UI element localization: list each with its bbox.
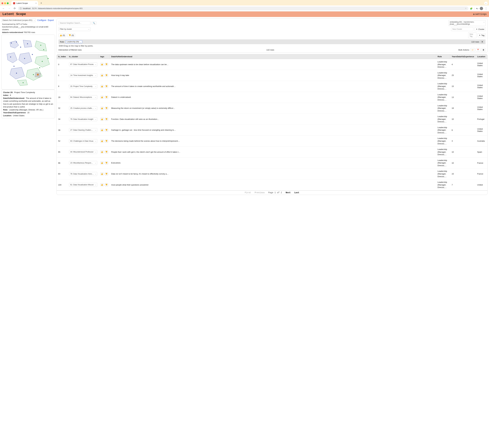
reload-button[interactable]: ⟳ — [13, 6, 16, 10]
row-thumbs-down[interactable]: 👎 — [105, 107, 108, 110]
column-header[interactable]: DataVizNotUnderstood — [110, 54, 436, 59]
add-tag-button[interactable]: ＋Tag — [478, 33, 486, 37]
column-header[interactable]: ls_index — [57, 54, 67, 59]
export-link[interactable]: Export — [48, 19, 54, 21]
row-thumbs-down[interactable]: 👎 — [105, 172, 108, 176]
site-info-icon[interactable]: ⓘ — [20, 7, 22, 10]
table-row[interactable]: 34 79: Data Visualization Insight ⌄ 👍 👎 … — [57, 114, 487, 125]
table-row[interactable]: 8 20: Project Time Complexity ⌄ 👍 👎 The … — [57, 81, 487, 92]
table-row[interactable]: 65 44: Misunderstood Professior ⌄ 👍 👎 Pe… — [57, 147, 487, 158]
row-thumbs-down[interactable]: 👎 — [105, 85, 108, 88]
row-thumbs-down[interactable]: 👎 — [105, 161, 108, 165]
bookmark-icon[interactable]: ☆ — [465, 7, 467, 9]
window-min[interactable] — [4, 2, 6, 4]
row-thumbs-down[interactable]: 👎 — [105, 139, 108, 143]
filter-cluster-select[interactable]: Filter by cluster ⌄ — [58, 27, 90, 31]
bulk-delete-button[interactable]: 🗑 — [481, 48, 486, 52]
row-cluster-select[interactable]: 23: Miscellaneous Responses ⌄ — [69, 161, 97, 165]
row-cluster-select[interactable]: 67: Data Visualization Proces ⌄ — [69, 63, 97, 66]
add-cluster-button[interactable]: ＋Cluster — [475, 27, 486, 31]
clear-filter-button[interactable]: ✕ — [480, 40, 484, 43]
table-row[interactable]: 104 61: Data Visualization Miscon ⌄ 👍 👎 … — [57, 179, 487, 190]
table-row[interactable]: 1 14: Time Investment Insights ⌄ 👍 👎 How… — [57, 70, 487, 81]
cluster-map[interactable] — [1, 35, 55, 90]
row-thumbs-up[interactable]: 👍 — [100, 107, 104, 110]
new-tab-button[interactable]: + — [41, 2, 42, 5]
pager-last[interactable]: Last — [294, 192, 299, 194]
new-tag-input[interactable]: New Tag — [468, 32, 476, 38]
row-thumbs-up[interactable]: 👍 — [100, 150, 104, 153]
row-cluster-select[interactable]: 79: Data Visualization Insight ⌄ — [69, 117, 97, 121]
row-cluster-select[interactable]: 61: Data Visualization Miscon ⌄ — [69, 183, 97, 187]
pager-next[interactable]: Next — [286, 192, 291, 194]
row-thumbs-up[interactable]: 👍 — [100, 74, 104, 77]
column-header[interactable]: YearsDataVizExperience — [450, 54, 476, 59]
table-row[interactable]: 39 27: Data Cleaning Challenges ⌄ 👍 👎 Ga… — [57, 125, 487, 136]
forward-button[interactable]: → — [7, 7, 11, 10]
row-thumbs-up[interactable]: 👍 — [100, 118, 104, 121]
row-cluster-select[interactable]: 25: Creative process challeng ⌄ — [69, 106, 97, 110]
embedding-select[interactable]: embedding-001 - transformers-jinaai___ji… — [448, 20, 486, 26]
row-thumbs-down[interactable]: 👎 — [105, 183, 108, 186]
row-thumbs-down[interactable]: 👎 — [105, 118, 108, 121]
row-cluster-select[interactable]: 44: Misunderstood Professior ⌄ — [69, 150, 97, 154]
svg-rect-10 — [37, 74, 39, 75]
row-cluster-select[interactable]: 76: Data Visualization Advoca ⌄ — [69, 172, 97, 176]
configure-link[interactable]: Configure — [37, 19, 46, 21]
dataset-select[interactable]: Datavis Not Understood (scopes-001) ⌄ — [1, 18, 36, 22]
column-header[interactable]: Location — [476, 54, 487, 59]
table-row[interactable]: 0 67: Data Visualization Proces ⌄ 👍 👎 Th… — [57, 59, 487, 70]
menu-icon[interactable]: ⋮ — [485, 7, 488, 10]
table-row[interactable]: 83 76: Data Visualization Advoca ⌄ 👍 👎 D… — [57, 168, 487, 179]
profile-avatar[interactable] — [480, 7, 483, 10]
row-thumbs-down[interactable]: 👎 — [105, 150, 108, 153]
close-tab-icon[interactable]: × — [35, 2, 37, 4]
table-row[interactable]: 29 64: Dataviz Misconceptions ⌄ 👍 👎 Data… — [57, 92, 487, 103]
row-thumbs-down[interactable]: 👎 — [105, 96, 108, 99]
role-filter-select[interactable]: Leadership (Ma ⌄ — [65, 40, 82, 43]
row-cluster-select[interactable]: 27: Data Cleaning Challenges ⌄ — [69, 128, 97, 132]
search-input[interactable]: Nearest Neighbor Search... — [58, 21, 90, 25]
window-max[interactable] — [7, 2, 9, 4]
window-close[interactable] — [1, 2, 3, 4]
tabs-dropdown-icon[interactable]: ⌄ — [484, 2, 488, 5]
browser-tab[interactable]: Latent Scope × — [11, 1, 38, 6]
thumbs-down-filter[interactable]: 👎(0) — [67, 34, 75, 37]
cell-years: 10 — [450, 114, 476, 125]
row-thumbs-up[interactable]: 👍 — [100, 96, 104, 99]
search-button[interactable]: 🔍 — [92, 21, 96, 25]
settings-link[interactable]: ⚙ settings — [473, 13, 487, 16]
bulk-tag-button[interactable]: 🏷 — [470, 48, 475, 52]
row-thumbs-down[interactable]: 👎 — [105, 74, 108, 77]
row-thumbs-up[interactable]: 👍 — [100, 85, 104, 88]
extensions-icon[interactable]: 🧩 — [470, 7, 473, 10]
row-thumbs-up[interactable]: 👍 — [100, 172, 104, 176]
thumbs-up-filter[interactable]: 👍(0) — [58, 34, 66, 37]
back-button[interactable]: ← — [1, 7, 6, 10]
pager-first[interactable]: First — [245, 192, 251, 194]
table-row[interactable]: 32 25: Creative process challeng ⌄ 👍 👎 M… — [57, 103, 487, 114]
row-cluster-select[interactable]: 63: Challenges in Data Visua ⌄ — [69, 139, 97, 143]
table-row[interactable]: 52 63: Challenges in Data Visua ⌄ 👍 👎 Th… — [57, 136, 487, 147]
row-cluster-select[interactable]: 64: Dataviz Misconceptions ⌄ — [69, 95, 97, 99]
column-header[interactable]: tags — [99, 54, 110, 59]
row-thumbs-down[interactable]: 👎 — [105, 128, 108, 132]
address-bar[interactable]: ⓘ localhost:5174/datasets/datavis-notund… — [18, 7, 468, 10]
row-thumbs-up[interactable]: 👍 — [100, 161, 104, 165]
filter-cluster-value: Filter by cluster — [60, 28, 72, 30]
bulk-pin-button[interactable]: 📍 — [476, 48, 480, 52]
row-cluster-select[interactable]: 14: Time Investment Insights ⌄ — [69, 73, 97, 77]
new-cluster-input[interactable]: New Cluster — [451, 27, 473, 31]
table-row[interactable]: 66 23: Miscellaneous Responses ⌄ 👍 👎 Exe… — [57, 157, 487, 168]
url-host: localhost — [23, 7, 31, 9]
row-thumbs-up[interactable]: 👍 — [100, 183, 104, 186]
row-thumbs-up[interactable]: 👍 — [100, 63, 104, 66]
row-cluster-select[interactable]: 20: Project Time Complexity ⌄ — [69, 84, 97, 88]
column-header[interactable]: ls_cluster — [67, 54, 99, 59]
playlist-icon[interactable]: ≡♪ — [476, 7, 478, 10]
row-thumbs-up[interactable]: 👍 — [100, 139, 104, 143]
column-header[interactable]: Role — [436, 54, 450, 59]
row-thumbs-down[interactable]: 👎 — [105, 63, 108, 66]
pager-previous[interactable]: Previous — [255, 192, 265, 194]
row-thumbs-up[interactable]: 👍 — [100, 128, 104, 132]
